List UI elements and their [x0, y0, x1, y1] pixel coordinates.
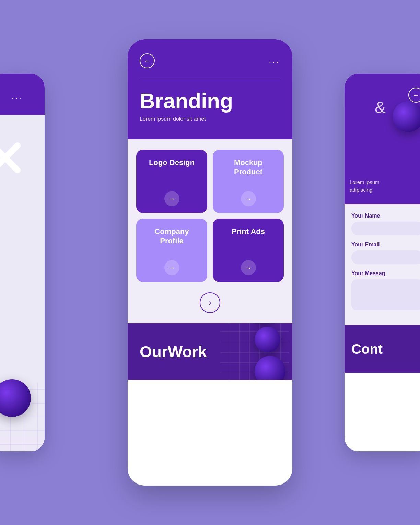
right-back-button[interactable]: ← — [408, 88, 420, 103]
arrow-icon-0: → — [168, 195, 175, 203]
ampersand-icon: & — [375, 98, 386, 117]
service-title-mockup-product: Mockup Product — [220, 158, 277, 176]
right-lorem-text: Lorem ipsum adipiscing — [350, 178, 380, 194]
service-card-print-ads[interactable]: Print Ads → — [213, 219, 284, 282]
page-title: Branding — [140, 89, 280, 113]
next-button[interactable]: › — [200, 292, 220, 313]
back-icon: ← — [144, 57, 151, 65]
arrow-icon-2: → — [168, 264, 175, 272]
center-phone-footer: OurWork — [128, 323, 292, 380]
right-phone: ← & Lorem ipsum adipiscing Your Name You… — [345, 74, 420, 451]
name-input[interactable] — [351, 222, 420, 235]
chevron-right-icon: › — [209, 298, 211, 307]
email-label: Your Email — [351, 242, 420, 248]
header-nav: ← ... — [140, 53, 280, 68]
right-phone-body: Your Name Your Email Your Messag — [345, 204, 420, 325]
left-phone-header: ... — [0, 74, 45, 115]
menu-dots[interactable]: ... — [269, 56, 280, 65]
service-arrow-mockup-product[interactable]: → — [241, 191, 256, 206]
phones-container: ... ← ... — [0, 0, 420, 525]
services-grid: Logo Design → Mockup Product → Company P… — [136, 150, 284, 282]
arrow-icon-1: → — [245, 195, 252, 203]
footer-title: OurWork — [140, 342, 207, 361]
service-title-logo-design: Logo Design — [149, 158, 195, 167]
arrow-icon-3: → — [245, 264, 252, 272]
right-phone-header: ← & Lorem ipsum adipiscing — [345, 74, 420, 204]
left-phone-dots: ... — [12, 91, 23, 101]
header-divider — [140, 79, 280, 79]
page-subtitle: Lorem ipsum dolor sit amet — [140, 116, 280, 122]
center-phone-header: ← ... Branding Lorem ipsum dolor sit ame… — [128, 39, 292, 139]
name-label: Your Name — [351, 213, 420, 219]
message-label: Your Messag — [351, 270, 420, 277]
service-arrow-print-ads[interactable]: → — [241, 260, 256, 275]
right-sphere — [393, 101, 420, 132]
back-button[interactable]: ← — [140, 53, 155, 68]
footer-sphere-small-2 — [255, 356, 285, 380]
center-phone-body: Logo Design → Mockup Product → Company P… — [128, 139, 292, 323]
service-arrow-logo-design[interactable]: → — [164, 191, 179, 206]
service-card-mockup-product[interactable]: Mockup Product → — [213, 150, 284, 213]
service-card-company-profile[interactable]: Company Profile → — [136, 219, 207, 282]
footer-spheres — [255, 323, 285, 380]
service-title-company-profile: Company Profile — [143, 227, 200, 245]
x-decoration — [0, 136, 27, 180]
right-footer-title: Cont — [351, 341, 383, 357]
left-phone: ... — [0, 74, 45, 451]
message-input[interactable] — [351, 279, 420, 310]
right-phone-footer: Cont — [345, 325, 420, 373]
left-phone-body — [0, 115, 45, 451]
service-title-print-ads: Print Ads — [232, 227, 265, 236]
grid-lines-left — [0, 383, 45, 451]
service-card-logo-design[interactable]: Logo Design → — [136, 150, 207, 213]
footer-sphere-large — [255, 327, 280, 352]
center-phone: ← ... Branding Lorem ipsum dolor sit ame… — [128, 39, 292, 486]
right-back-icon: ← — [412, 91, 419, 99]
service-arrow-company-profile[interactable]: → — [164, 260, 179, 275]
email-input[interactable] — [351, 250, 420, 264]
